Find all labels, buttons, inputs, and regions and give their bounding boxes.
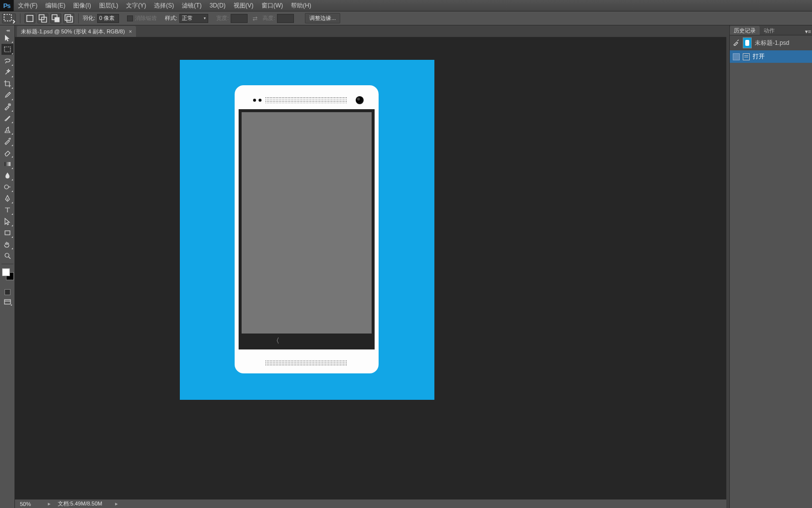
move-tool[interactable]	[1, 32, 13, 43]
width-label: 宽度:	[216, 14, 229, 22]
svg-rect-14	[4, 300, 10, 304]
healing-brush-tool[interactable]	[1, 101, 13, 112]
screen-mode-button[interactable]	[2, 298, 12, 306]
document-tab-strip: 未标题-1.psd @ 50% (形状 4 副本, RGB/8) ×	[15, 25, 726, 37]
canvas-viewport[interactable]: 〈	[15, 37, 726, 499]
artwork-screen-frame: 〈	[239, 109, 375, 349]
history-source-icon	[733, 53, 740, 60]
svg-point-13	[5, 253, 9, 257]
history-list: 未标题-1.psd 打开	[730, 35, 812, 63]
menu-3d[interactable]: 3D(D)	[206, 0, 230, 10]
chevron-down-icon: ▾	[204, 16, 206, 20]
status-bar: 50% ▸ 文档:5.49M/8.50M ▸	[15, 499, 726, 508]
svg-rect-8	[4, 47, 10, 52]
menu-filter[interactable]: 滤镜(T)	[178, 0, 205, 11]
lasso-tool[interactable]	[1, 55, 13, 66]
document-area: 未标题-1.psd @ 50% (形状 4 副本, RGB/8) × 〈	[15, 25, 726, 508]
status-docinfo[interactable]: 文档:5.49M/8.50M	[54, 500, 102, 508]
history-brush-icon	[733, 39, 740, 47]
panel-menu-icon[interactable]: ▾≡	[804, 28, 812, 35]
menu-select[interactable]: 选择(S)	[150, 0, 178, 11]
hand-tool[interactable]	[1, 239, 13, 250]
history-thumbnail	[743, 37, 752, 48]
docinfo-value: 5.49M/8.50M	[70, 501, 102, 507]
menu-window[interactable]: 窗口(W)	[258, 0, 287, 11]
selection-subtract-icon[interactable]	[50, 13, 61, 23]
zoom-arrow-icon[interactable]: ▸	[45, 501, 54, 507]
history-brush-tool[interactable]	[1, 136, 13, 147]
rectangular-marquee-tool[interactable]	[1, 44, 13, 55]
eraser-tool[interactable]	[1, 147, 13, 158]
artwork-phone: 〈	[235, 85, 379, 373]
history-step-label: 打开	[753, 52, 765, 61]
tab-actions[interactable]: 动作	[760, 26, 779, 35]
svg-rect-6	[65, 14, 71, 20]
selection-intersect-icon[interactable]	[63, 13, 74, 23]
artwork-sensor	[259, 99, 262, 102]
document-tab[interactable]: 未标题-1.psd @ 50% (形状 4 副本, RGB/8) ×	[17, 26, 136, 37]
history-document-row[interactable]: 未标题-1.psd	[730, 35, 812, 50]
tools-panel	[0, 25, 15, 508]
history-step-row[interactable]: 打开	[730, 50, 812, 63]
color-swatches[interactable]	[1, 267, 14, 283]
crop-tool[interactable]	[1, 78, 13, 89]
gradient-tool[interactable]	[1, 159, 13, 169]
options-bar: 羽化: 消除锯齿 样式: 正常 ▾ 宽度: ⇄ 高度: 调整边缘...	[0, 11, 812, 25]
menu-file[interactable]: 文件(F)	[14, 0, 41, 11]
status-flyout-icon[interactable]: ▸	[102, 501, 118, 507]
selection-new-icon[interactable]	[24, 13, 35, 23]
app-logo: Ps	[0, 0, 14, 11]
style-select[interactable]: 正常 ▾	[179, 14, 208, 23]
brush-tool[interactable]	[1, 113, 13, 124]
style-label: 样式:	[165, 14, 177, 22]
tools-collapse-handle[interactable]	[0, 27, 15, 32]
right-dock: 历史记录 动作 ▾≡ 未标题-1.psd 打开	[726, 25, 812, 508]
menu-help[interactable]: 帮助(H)	[287, 0, 315, 11]
svg-point-11	[4, 185, 8, 189]
canvas[interactable]: 〈	[180, 60, 434, 400]
feather-input[interactable]	[97, 14, 119, 23]
magic-wand-tool[interactable]	[1, 67, 13, 78]
menu-layer[interactable]: 图层(L)	[95, 0, 123, 11]
foreground-color[interactable]	[2, 268, 10, 276]
menu-view[interactable]: 视图(V)	[230, 0, 258, 11]
document-tab-title: 未标题-1.psd @ 50% (形状 4 副本, RGB/8)	[21, 28, 125, 35]
selection-add-icon[interactable]	[37, 13, 48, 23]
open-file-icon	[743, 53, 750, 60]
history-panel: 历史记录 动作 ▾≡ 未标题-1.psd 打开	[729, 25, 812, 508]
swap-dimensions-icon: ⇄	[250, 15, 261, 22]
tool-preset-picker[interactable]	[2, 13, 16, 23]
refine-edge-button[interactable]: 调整边缘...	[305, 13, 340, 23]
artwork-camera	[356, 96, 364, 104]
pen-tool[interactable]	[1, 193, 13, 204]
panel-tab-strip: 历史记录 动作 ▾≡	[730, 25, 812, 35]
zoom-level[interactable]: 50%	[15, 501, 45, 507]
clone-stamp-tool[interactable]	[1, 124, 13, 135]
menu-bar: Ps 文件(F) 编辑(E) 图像(I) 图层(L) 文字(Y) 选择(S) 滤…	[0, 0, 812, 11]
blur-tool[interactable]	[1, 170, 13, 181]
close-icon[interactable]: ×	[129, 28, 132, 34]
docinfo-label: 文档:	[58, 501, 70, 507]
path-selection-tool[interactable]	[1, 216, 13, 227]
dodge-tool[interactable]	[1, 181, 13, 192]
tab-history[interactable]: 历史记录	[730, 26, 760, 35]
type-tool[interactable]	[1, 204, 13, 215]
menu-type[interactable]: 文字(Y)	[122, 0, 150, 11]
feather-label: 羽化:	[83, 14, 95, 22]
svg-rect-10	[4, 162, 10, 166]
back-icon: 〈	[272, 337, 279, 345]
quick-mask-toggle[interactable]	[4, 289, 10, 295]
width-input	[231, 14, 248, 23]
menu-image[interactable]: 图像(I)	[69, 0, 95, 11]
artwork-navbar: 〈	[242, 335, 372, 347]
style-value: 正常	[182, 14, 193, 22]
artwork-speaker	[266, 97, 348, 103]
svg-rect-7	[67, 16, 72, 22]
svg-rect-5	[55, 17, 60, 22]
menu-edit[interactable]: 编辑(E)	[41, 0, 69, 11]
svg-rect-12	[5, 231, 10, 235]
artwork-speaker	[266, 360, 348, 365]
zoom-tool[interactable]	[1, 250, 13, 261]
eyedropper-tool[interactable]	[1, 90, 13, 101]
rectangle-shape-tool[interactable]	[1, 227, 13, 238]
